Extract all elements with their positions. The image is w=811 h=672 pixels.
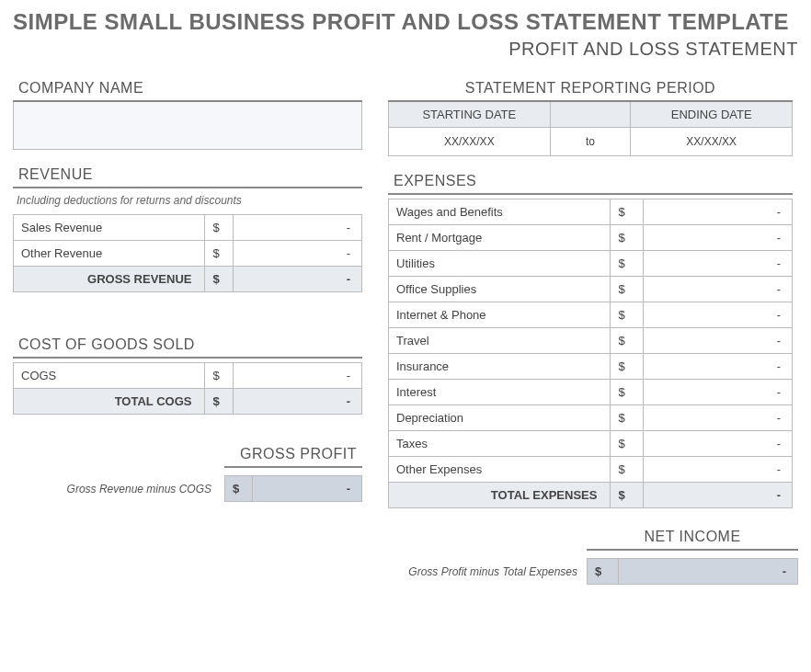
- currency-symbol: $: [611, 354, 643, 380]
- row-label: Other Revenue: [14, 241, 205, 267]
- cogs-header: COST OF GOODS SOLD: [13, 336, 362, 359]
- page-subtitle: PROFIT AND LOSS STATEMENT: [13, 39, 798, 60]
- currency-symbol: $: [611, 251, 643, 277]
- row-value[interactable]: -: [643, 302, 792, 328]
- row-label: Depreciation: [389, 405, 611, 431]
- row-label: Internet & Phone: [389, 302, 611, 328]
- revenue-header: REVENUE: [13, 166, 362, 188]
- currency-symbol: $: [611, 277, 643, 302]
- net-income-note: Gross Profit minus Total Expenses: [408, 565, 577, 578]
- row-value[interactable]: -: [643, 380, 792, 405]
- gross-profit-value: -: [252, 476, 361, 502]
- table-row: Interest$-: [389, 380, 793, 405]
- table-row: Office Supplies$-: [389, 277, 793, 302]
- row-label: Sales Revenue: [14, 215, 205, 241]
- currency-symbol: $: [611, 225, 643, 251]
- table-row: Rent / Mortgage$-: [389, 225, 793, 251]
- row-value[interactable]: -: [643, 251, 792, 277]
- expenses-header: EXPENSES: [388, 173, 793, 195]
- table-row: Wages and Benefits$-: [389, 199, 793, 225]
- row-value[interactable]: -: [233, 363, 361, 389]
- total-value: -: [233, 267, 361, 292]
- table-row: Internet & Phone$-: [389, 302, 793, 328]
- gross-profit-note: Gross Revenue minus COGS: [13, 483, 215, 495]
- revenue-note: Including deductions for returns and dis…: [13, 188, 362, 214]
- ending-date-input[interactable]: XX/XX/XX: [631, 128, 793, 156]
- currency-symbol: $: [611, 302, 643, 328]
- currency-symbol: $: [588, 559, 619, 585]
- net-income-cell: $ -: [587, 558, 798, 585]
- gross-profit-header: GROSS PROFIT: [224, 446, 362, 468]
- total-label: TOTAL COGS: [14, 389, 205, 415]
- row-value[interactable]: -: [643, 225, 792, 251]
- currency-symbol: $: [611, 457, 643, 483]
- table-row: Utilities$-: [389, 251, 793, 277]
- row-label: Taxes: [389, 431, 611, 457]
- row-value[interactable]: -: [233, 215, 361, 241]
- net-income-value: -: [619, 559, 798, 585]
- total-expenses-row: TOTAL EXPENSES $ -: [389, 483, 793, 508]
- total-value: -: [233, 389, 361, 415]
- row-label: Rent / Mortgage: [389, 225, 611, 251]
- table-row: Taxes$-: [389, 431, 793, 457]
- table-row: Sales Revenue $ -: [14, 215, 362, 241]
- total-value: -: [643, 483, 792, 508]
- table-row: Depreciation$-: [389, 405, 793, 431]
- period-table: STARTING DATE ENDING DATE XX/XX/XX to XX…: [388, 102, 793, 156]
- row-label: Travel: [389, 328, 611, 354]
- expenses-table: Wages and Benefits$- Rent / Mortgage$- U…: [388, 199, 793, 508]
- period-header: STATEMENT REPORTING PERIOD: [388, 80, 793, 102]
- currency-symbol: $: [611, 431, 643, 457]
- currency-symbol: $: [225, 476, 253, 502]
- total-cogs-row: TOTAL COGS $ -: [14, 389, 362, 415]
- row-value[interactable]: -: [643, 277, 792, 302]
- currency-symbol: $: [611, 199, 643, 225]
- gross-profit-cell: $ -: [224, 475, 362, 502]
- row-label: Utilities: [389, 251, 611, 277]
- currency-symbol: $: [611, 328, 643, 354]
- net-income-header: NET INCOME: [587, 529, 798, 551]
- company-name-header: COMPANY NAME: [13, 80, 362, 102]
- row-value[interactable]: -: [643, 328, 792, 354]
- cogs-table: COGS $ - TOTAL COGS $ -: [13, 362, 362, 415]
- row-label: Insurance: [389, 354, 611, 380]
- currency-symbol: $: [611, 405, 643, 431]
- starting-date-input[interactable]: XX/XX/XX: [389, 128, 551, 156]
- row-value[interactable]: -: [233, 241, 361, 267]
- row-value[interactable]: -: [643, 457, 792, 483]
- ending-date-header: ENDING DATE: [631, 102, 793, 128]
- table-row: Other Expenses$-: [389, 457, 793, 483]
- row-value[interactable]: -: [643, 354, 792, 380]
- currency-symbol: $: [611, 483, 643, 508]
- row-label: Other Expenses: [389, 457, 611, 483]
- currency-symbol: $: [205, 363, 233, 389]
- starting-date-header: STARTING DATE: [389, 102, 551, 128]
- table-row: Insurance$-: [389, 354, 793, 380]
- currency-symbol: $: [611, 380, 643, 405]
- row-label: Wages and Benefits: [389, 199, 611, 225]
- row-value[interactable]: -: [643, 431, 792, 457]
- page-title: SIMPLE SMALL BUSINESS PROFIT AND LOSS ST…: [13, 9, 798, 35]
- row-label: Office Supplies: [389, 277, 611, 302]
- company-name-input[interactable]: [13, 102, 362, 150]
- revenue-table: Sales Revenue $ - Other Revenue $ - GROS…: [13, 214, 362, 292]
- currency-symbol: $: [205, 215, 233, 241]
- row-value[interactable]: -: [643, 405, 792, 431]
- table-row: Travel$-: [389, 328, 793, 354]
- row-label: Interest: [389, 380, 611, 405]
- table-row: Other Revenue $ -: [14, 241, 362, 267]
- gross-revenue-row: GROSS REVENUE $ -: [14, 267, 362, 292]
- row-label: COGS: [14, 363, 205, 389]
- currency-symbol: $: [205, 241, 233, 267]
- row-value[interactable]: -: [643, 199, 792, 225]
- currency-symbol: $: [205, 267, 233, 292]
- total-label: GROSS REVENUE: [14, 267, 205, 292]
- table-row: COGS $ -: [14, 363, 362, 389]
- total-label: TOTAL EXPENSES: [389, 483, 611, 508]
- currency-symbol: $: [205, 389, 233, 415]
- period-separator: to: [550, 128, 631, 156]
